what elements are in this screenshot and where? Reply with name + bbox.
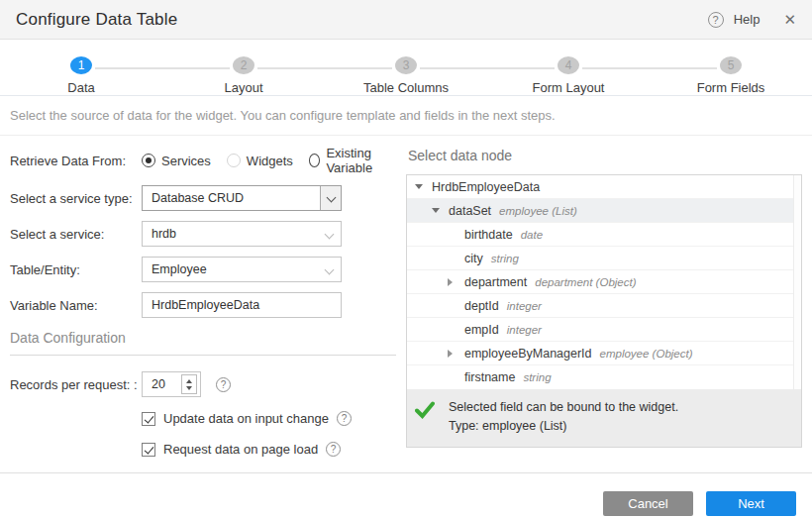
request-data-checkbox-row[interactable]: Request data on page load ? [142,442,402,457]
update-data-checkbox[interactable] [142,412,155,426]
node-label: HrdbEmployeeData [432,180,540,194]
caret-down-icon[interactable] [432,208,442,213]
service-label: Select a service: [10,227,142,242]
help-link[interactable]: Help [734,12,761,27]
radio-existing-variable-label: Existing Variable [326,146,402,175]
request-data-checkbox[interactable] [142,443,155,457]
node-type: integer [507,300,542,312]
node-type: string [523,371,551,383]
data-source-form: Retrieve Data From: Services Widgets Exi… [10,146,402,472]
radio-existing-variable[interactable]: Existing Variable [309,146,402,175]
step-3-circle: 3 [395,56,417,74]
records-per-request-input[interactable] [143,377,181,391]
table-entity-label: Table/Entity: [10,262,142,277]
variable-name-input[interactable] [142,292,342,318]
node-label: birthdate [464,228,513,242]
close-icon[interactable]: ✕ [783,11,796,29]
step-form-fields[interactable]: 5 Form Fields [650,49,812,95]
radio-services-icon[interactable] [142,154,155,167]
step-table-columns[interactable]: 3 Table Columns [325,49,487,95]
tree-node-city[interactable]: city string [407,247,801,270]
update-data-label: Update data on input change [163,411,329,426]
retrieve-data-from-radios: Services Widgets Existing Variable [142,146,402,175]
caret-down-icon[interactable] [415,184,425,189]
chevron-down-icon [325,265,335,275]
spinner-arrows-icon[interactable] [181,374,197,394]
spin-up-icon[interactable] [186,379,192,383]
service-select[interactable]: hrdb [142,221,342,247]
node-label: city [464,252,483,265]
node-type: integer [507,324,542,336]
next-button[interactable]: Next [706,491,796,516]
help-icon[interactable]: ? [708,12,724,28]
step-3-label: Table Columns [363,80,449,95]
wizard-stepper: 1 Data 2 Layout 3 Table Columns 4 Form L… [0,40,812,96]
step-1-circle: 1 [70,56,92,74]
step-form-layout[interactable]: 4 Form Layout [487,49,650,95]
data-node-tree: HrdbEmployeeData dataSet employee (List)… [406,174,802,448]
node-label: employeeByManagerId [464,347,592,361]
select-data-node-title: Select data node [408,148,802,163]
dialog-header: Configure Data Table ? Help ✕ [0,0,812,40]
request-data-help-icon[interactable]: ? [326,442,341,457]
tree-node-deptid[interactable]: deptId integer [407,294,801,318]
section-divider [10,355,396,356]
data-node-panel: Select data node HrdbEmployeeData dataSe… [402,146,802,472]
records-per-request-stepper[interactable] [142,371,201,397]
tree-node-employeebymanagerid[interactable]: employeeByManagerId employee (Object) [407,342,801,365]
chevron-down-icon [325,230,335,240]
data-configuration-heading: Data Configuration [10,330,402,346]
node-label: empId [464,323,499,337]
service-value: hrdb [152,227,176,241]
radio-existing-variable-icon[interactable] [309,154,321,167]
step-5-circle: 5 [720,56,742,74]
records-help-icon[interactable]: ? [216,377,231,392]
table-entity-value: Employee [152,262,207,276]
binding-info-line2: Type: employee (List) [449,417,678,436]
binding-info-box: Selected field can be bound to the widge… [407,389,801,447]
caret-right-icon[interactable] [448,278,457,286]
service-type-value: Database CRUD [152,191,244,205]
radio-services-label: Services [161,154,211,168]
tree-node-birthdate[interactable]: birthdate date [407,223,801,247]
radio-services[interactable]: Services [142,154,211,168]
table-entity-select[interactable]: Employee [142,257,342,282]
node-type: string [491,253,519,264]
retrieve-data-from-label: Retrieve Data From: [10,154,142,168]
radio-widgets-label: Widgets [247,154,293,168]
tree-node-empid[interactable]: empId integer [407,318,801,342]
node-type: employee (List) [499,205,577,217]
records-per-request-label: Records per request: : [10,377,142,392]
radio-widgets-icon[interactable] [227,154,241,167]
spin-down-icon[interactable] [186,386,192,390]
service-type-label: Select a service type: [10,191,142,206]
caret-right-icon[interactable] [448,350,457,358]
node-type: employee (Object) [600,348,693,360]
node-label: dataSet [449,204,491,218]
dialog-footer: Cancel Next [0,472,812,518]
node-label: department [464,275,527,289]
cancel-button[interactable]: Cancel [603,491,693,516]
update-data-help-icon[interactable]: ? [337,411,352,426]
node-label: firstname [464,370,515,384]
tree-node-firstname[interactable]: firstname string [407,365,801,389]
tree-node-department[interactable]: department department (Object) [407,270,801,294]
step-5-label: Form Fields [697,80,765,95]
chevron-down-icon[interactable] [320,186,341,210]
node-label: deptId [464,299,499,313]
request-data-label: Request data on page load [163,442,318,457]
service-type-select[interactable]: Database CRUD [142,185,342,211]
binding-info-line1: Selected field can be bound to the widge… [449,398,678,417]
step-4-circle: 4 [558,56,579,74]
step-2-circle: 2 [233,56,254,74]
radio-widgets[interactable]: Widgets [227,154,293,168]
tree-node-dataset[interactable]: dataSet employee (List) [407,199,801,223]
variable-name-label: Variable Name: [10,298,142,313]
step-layout[interactable]: 2 Layout [162,49,325,95]
update-data-checkbox-row[interactable]: Update data on input change ? [142,411,402,426]
tree-node-hrdbemployeedata[interactable]: HrdbEmployeeData [407,175,801,199]
step-description: Select the source of data for the widget… [0,96,812,136]
step-data[interactable]: 1 Data [0,49,162,95]
configure-data-table-dialog: Configure Data Table ? Help ✕ 1 Data 2 L… [0,0,812,518]
tree-scrollbar[interactable] [793,175,801,389]
